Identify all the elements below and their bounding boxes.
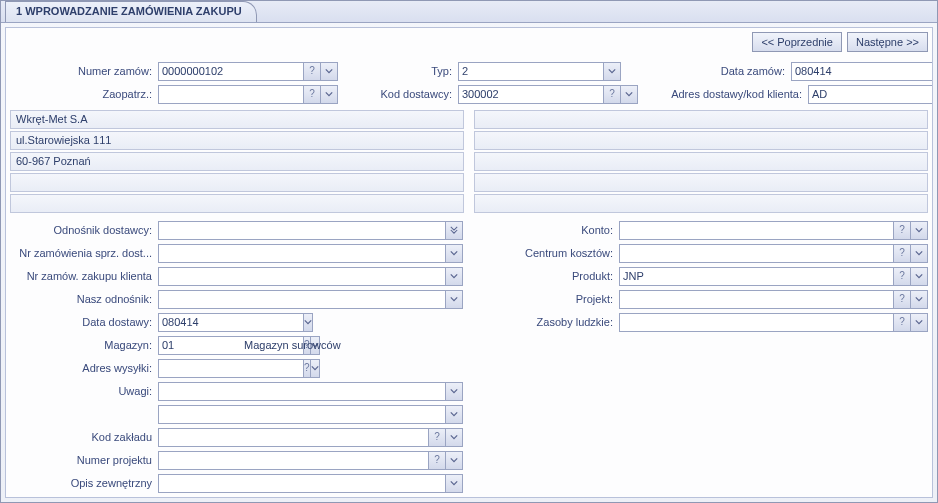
- delivery-line5: [474, 194, 928, 213]
- supplier-street: ul.Starowiejska 111: [10, 131, 464, 150]
- nr-zam-sprz-input[interactable]: [158, 244, 446, 263]
- adres-klienta-label: Adres dostawy/kod klienta:: [648, 88, 808, 100]
- lookup-icon[interactable]: ?: [894, 244, 911, 263]
- lookup-icon[interactable]: ?: [304, 62, 321, 81]
- data-zamow-input[interactable]: [791, 62, 933, 81]
- delivery-line2: [474, 131, 928, 150]
- centrum-label: Centrum kosztów:: [475, 247, 619, 259]
- chevron-down-icon[interactable]: [446, 428, 463, 447]
- lookup-icon[interactable]: ?: [429, 428, 446, 447]
- odnosnik-dostawcy-input[interactable]: [158, 221, 446, 240]
- delivery-line3: [474, 152, 928, 171]
- chevron-down-icon[interactable]: [446, 451, 463, 470]
- tab-header[interactable]: 1 WPROWADZANIE ZAMÓWIENIA ZAKUPU: [5, 1, 257, 22]
- kod-zakladu-input[interactable]: [158, 428, 429, 447]
- opis-zewn-label: Opis zewnętrzny: [10, 477, 158, 489]
- chevron-down-icon[interactable]: [446, 221, 463, 240]
- konto-label: Konto:: [475, 224, 619, 236]
- numer-projektu-input[interactable]: [158, 451, 429, 470]
- nasz-odnosnik-label: Nasz odnośnik:: [10, 293, 158, 305]
- adres-wysylki-input[interactable]: [158, 359, 304, 378]
- numer-projektu-label: Numer projektu: [10, 454, 158, 466]
- konto-input[interactable]: [619, 221, 894, 240]
- nr-zam-sprz-label: Nr zamówienia sprz. dost...: [10, 247, 158, 259]
- lookup-icon[interactable]: ?: [894, 313, 911, 332]
- next-button[interactable]: Następne >>: [847, 32, 928, 52]
- lookup-icon[interactable]: ?: [894, 221, 911, 240]
- magazyn-description: Magazyn surowców: [236, 339, 341, 351]
- lookup-icon[interactable]: ?: [894, 290, 911, 309]
- supplier-line4: [10, 173, 464, 192]
- uwagi-label: Uwagi:: [10, 385, 158, 397]
- data-zamow-label: Data zamów:: [631, 65, 791, 77]
- numer-zamow-input[interactable]: [158, 62, 304, 81]
- odnosnik-dostawcy-label: Odnośnik dostawcy:: [10, 224, 158, 236]
- chevron-down-icon[interactable]: [911, 267, 928, 286]
- data-dostawy-input[interactable]: [158, 313, 304, 332]
- nasz-odnosnik-input[interactable]: [158, 290, 446, 309]
- zaopatrz-input[interactable]: [158, 85, 304, 104]
- prev-button[interactable]: << Poprzednie: [752, 32, 842, 52]
- form-body: << Poprzednie Następne >> Numer zamów: ?…: [5, 27, 933, 498]
- produkt-label: Produkt:: [475, 270, 619, 282]
- nr-zam-klienta-label: Nr zamów. zakupu klienta: [10, 270, 158, 282]
- chevron-down-icon[interactable]: [446, 290, 463, 309]
- supplier-city: 60-967 Poznań: [10, 152, 464, 171]
- chevron-down-icon[interactable]: [321, 62, 338, 81]
- lookup-icon[interactable]: ?: [604, 85, 621, 104]
- chevron-down-icon[interactable]: [446, 497, 463, 499]
- produkt-input[interactable]: [619, 267, 894, 286]
- supplier-line5: [10, 194, 464, 213]
- adres-wysylki-label: Adres wysyłki:: [10, 362, 158, 374]
- chevron-down-icon[interactable]: [446, 405, 463, 424]
- lookup-icon[interactable]: ?: [429, 451, 446, 470]
- window: 1 WPROWADZANIE ZAMÓWIENIA ZAKUPU << Popr…: [0, 0, 938, 503]
- chevron-down-icon[interactable]: [621, 85, 638, 104]
- uwagi-input[interactable]: [158, 382, 446, 401]
- data-dostawy-label: Data dostawy:: [10, 316, 158, 328]
- opis-zewn2-input[interactable]: [158, 497, 446, 499]
- typ-label: Typ:: [348, 65, 458, 77]
- chevron-down-icon[interactable]: [321, 85, 338, 104]
- zasoby-label: Zasoby ludzkie:: [475, 316, 619, 328]
- projekt-label: Projekt:: [475, 293, 619, 305]
- chevron-down-icon[interactable]: [446, 244, 463, 263]
- chevron-down-icon[interactable]: [911, 290, 928, 309]
- chevron-down-icon[interactable]: [911, 313, 928, 332]
- chevron-down-icon[interactable]: [604, 62, 621, 81]
- chevron-down-icon[interactable]: [446, 267, 463, 286]
- address-block: Wkręt-Met S.A ul.Starowiejska 111 60-967…: [10, 110, 928, 213]
- supplier-name: Wkręt-Met S.A: [10, 110, 464, 129]
- chevron-down-icon[interactable]: [911, 221, 928, 240]
- kod-dostawcy-input[interactable]: [458, 85, 604, 104]
- tab-bar: 1 WPROWADZANIE ZAMÓWIENIA ZAKUPU: [1, 1, 937, 23]
- nav-toolbar: << Poprzednie Następne >>: [10, 32, 928, 54]
- zasoby-input[interactable]: [619, 313, 894, 332]
- chevron-down-icon[interactable]: [911, 244, 928, 263]
- numer-zamow-label: Numer zamów:: [10, 65, 158, 77]
- adres-klienta-input[interactable]: [808, 85, 933, 104]
- zaopatrz-label: Zaopatrz.:: [10, 88, 158, 100]
- chevron-down-icon[interactable]: [446, 382, 463, 401]
- kod-dostawcy-label: Kod dostawcy:: [348, 88, 458, 100]
- projekt-input[interactable]: [619, 290, 894, 309]
- chevron-down-icon[interactable]: [311, 359, 320, 378]
- nr-zam-klienta-input[interactable]: [158, 267, 446, 286]
- centrum-input[interactable]: [619, 244, 894, 263]
- chevron-down-icon[interactable]: [446, 474, 463, 493]
- magazyn-label: Magazyn:: [10, 339, 158, 351]
- typ-input[interactable]: [458, 62, 604, 81]
- kod-zakladu-label: Kod zakładu: [10, 431, 158, 443]
- chevron-down-icon[interactable]: [304, 313, 313, 332]
- opis-zewn-input[interactable]: [158, 474, 446, 493]
- delivery-line1: [474, 110, 928, 129]
- lookup-icon[interactable]: ?: [304, 85, 321, 104]
- lookup-icon[interactable]: ?: [894, 267, 911, 286]
- uwagi2-input[interactable]: [158, 405, 446, 424]
- delivery-line4: [474, 173, 928, 192]
